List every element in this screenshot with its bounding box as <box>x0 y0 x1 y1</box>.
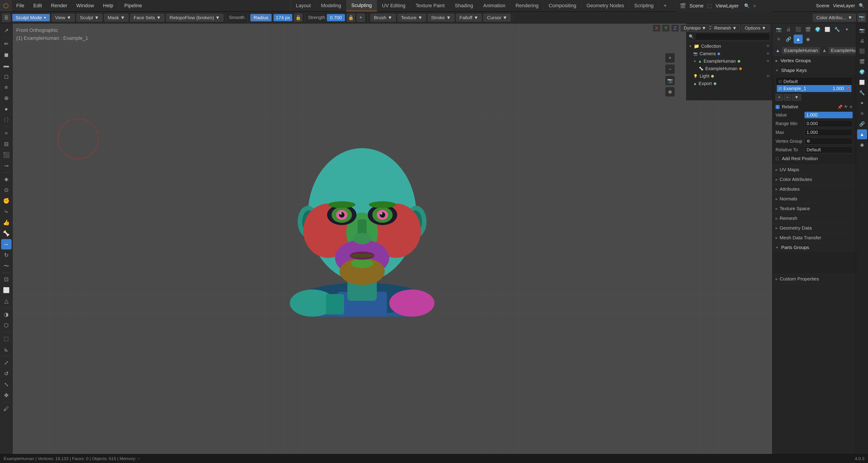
menu-window[interactable]: Window <box>72 0 98 11</box>
props-icon-object[interactable]: ⬜ <box>857 77 867 87</box>
add-shape-key-btn[interactable]: + <box>776 94 783 100</box>
tab-texture-paint[interactable]: Texture Paint <box>411 0 450 11</box>
main-viewport[interactable]: Front Orthographic (1) ExampleHuman : Ex… <box>13 24 772 454</box>
props-icon-modifier[interactable]: 🔧 <box>857 88 867 98</box>
strength-value[interactable]: 0.700 <box>327 14 345 21</box>
camera-item[interactable]: 📷 Camera 👁 <box>686 50 772 57</box>
tool-annotate[interactable]: 🖊 <box>1 404 11 414</box>
shape-key-default[interactable]: ☑ Default <box>777 78 851 85</box>
scene-name-header[interactable]: Scene <box>689 3 704 9</box>
radius-value[interactable]: 174 px <box>274 14 292 21</box>
props-icon-material[interactable]: ◉ <box>857 140 867 150</box>
tool-nudge[interactable]: ↔ <box>1 239 11 250</box>
mesh-visibility[interactable]: 👁 <box>766 59 770 63</box>
mesh-data-label[interactable]: ExampleHuman <box>829 47 856 54</box>
props-icon-output[interactable]: 🖨 <box>857 36 867 46</box>
armature-item[interactable]: 🦴 ExampleHuman <box>686 65 772 73</box>
tool-boundary[interactable]: ⊡ <box>1 274 11 285</box>
tool-cloth[interactable]: ⬜ <box>1 285 11 295</box>
sculpt-menu[interactable]: Sculpt ▼ <box>76 14 102 22</box>
custom-properties-section[interactable]: ▶ Custom Properties <box>772 274 856 284</box>
props-object-icon[interactable]: ⬜ <box>823 25 832 34</box>
tool-lasso-trim[interactable]: ⊾ <box>1 344 11 355</box>
export-item[interactable]: ▲ Export <box>686 80 772 87</box>
shape-keys-header[interactable]: ▼ Shape Keys <box>772 66 856 75</box>
remove-shape-key-btn[interactable]: − <box>784 94 792 100</box>
sk-vertex-group-input[interactable]: ⚙ <box>804 138 852 145</box>
header-filter[interactable]: ≡ <box>753 4 756 8</box>
props-material-icon[interactable]: ◉ <box>803 35 812 44</box>
tab-animation[interactable]: Animation <box>478 0 510 11</box>
props-world-icon[interactable]: 🌍 <box>813 25 822 34</box>
nav-zoom-in[interactable]: + <box>665 53 675 63</box>
tool-layer[interactable]: ≡ <box>1 82 11 92</box>
strength-lock-icon[interactable]: 🔒 <box>347 13 355 22</box>
cursor-menu-btn[interactable]: Cursor ▼ <box>484 14 510 22</box>
stroke-menu-btn[interactable]: Stroke ▼ <box>428 14 454 22</box>
vertex-groups-header[interactable]: ▶ Vertex Groups <box>772 56 856 65</box>
tool-move[interactable]: ⤢ <box>1 357 11 368</box>
tool-blob[interactable]: ● <box>1 104 11 114</box>
tool-select[interactable]: ↗ <box>1 25 11 36</box>
tool-transform[interactable]: ✥ <box>1 390 11 401</box>
props-modifier-icon[interactable]: 🔧 <box>833 25 842 34</box>
sk-pin-icon[interactable]: 📌 <box>837 105 842 110</box>
axis-x-btn[interactable]: X <box>653 24 660 32</box>
remesh-btn[interactable]: Remesh ▼ <box>711 24 740 32</box>
sculpt-mode-btn[interactable]: Sculpt Mode ▼ <box>12 14 50 22</box>
nav-camera[interactable]: 📷 <box>665 76 675 86</box>
face-sets-menu[interactable]: Face Sets ▼ <box>130 14 164 22</box>
props-icon-physics[interactable]: ⚛ <box>857 109 867 118</box>
tool-pinch[interactable]: ⊙ <box>1 185 11 195</box>
tool-snake-hook[interactable]: ⤷ <box>1 206 11 217</box>
examplehuman-item[interactable]: ▼ ▲ ExampleHuman 👁 <box>686 57 772 65</box>
color-attrib-btn[interactable]: Color Attribu... ▼ <box>813 14 856 22</box>
camera-visibility[interactable]: 👁 <box>766 52 770 56</box>
viewlayer-name-header[interactable]: ViewLayer <box>715 3 739 9</box>
props-viewlayer-icon[interactable]: ⬛ <box>794 25 803 34</box>
options-btn[interactable]: Options ▼ <box>741 24 770 32</box>
tool-scrape[interactable]: ⊸ <box>1 161 11 171</box>
props-constraints-icon[interactable]: 🔗 <box>784 35 793 44</box>
menu-pipeline[interactable]: Pipeline <box>120 0 147 11</box>
brush-menu-btn[interactable]: Brush ▼ <box>370 14 396 22</box>
tab-uv-editing[interactable]: UV Editing <box>377 0 411 11</box>
outliner-search-input[interactable] <box>695 33 770 40</box>
props-icon-object-data[interactable]: ▲ <box>857 129 867 139</box>
mesh-object-label1[interactable]: ExampleHuman <box>782 47 820 54</box>
menu-help[interactable]: Help <box>98 0 118 11</box>
axis-z-btn[interactable]: Z <box>671 24 679 32</box>
normals-section[interactable]: ▶ Normals <box>772 194 856 204</box>
tool-mask[interactable]: ◑ <box>1 309 11 320</box>
tool-fill[interactable]: ⬛ <box>1 150 11 160</box>
light-visibility[interactable]: 👁 <box>766 74 770 78</box>
mask-menu[interactable]: Mask ▼ <box>104 14 128 22</box>
tab-modeling[interactable]: Modeling <box>316 0 346 11</box>
collection-visibility[interactable]: 👁 <box>766 44 770 48</box>
header-search[interactable]: 🔍 <box>744 3 750 8</box>
tool-inflate[interactable]: ⊕ <box>1 93 11 104</box>
tool-rotate[interactable]: ↻ <box>1 250 11 260</box>
tool-smooth[interactable]: ≈ <box>1 128 11 138</box>
texture-space-section[interactable]: ▶ Texture Space <box>772 204 856 213</box>
tab-layout[interactable]: Layout <box>291 0 316 11</box>
falloff-menu-btn[interactable]: Falloff ▼ <box>456 14 482 22</box>
toolbar-mode-icon[interactable]: ☰ <box>2 13 10 22</box>
props-scene-icon[interactable]: 🎬 <box>803 25 812 34</box>
view-menu[interactable]: View ▼ <box>52 14 75 22</box>
props-output-icon[interactable]: 🖨 <box>784 25 793 34</box>
header-search-icon[interactable]: 🔍 <box>859 3 864 8</box>
sk-value-input[interactable]: 1.000 <box>804 112 852 118</box>
texture-menu-btn[interactable]: Texture ▼ <box>398 14 426 22</box>
tab-shading[interactable]: Shading <box>450 0 478 11</box>
sk-eye-icon[interactable]: 👁 <box>844 105 848 110</box>
nav-zoom-out[interactable]: − <box>665 64 675 74</box>
collection-item[interactable]: ▼ 📁 Collection 👁 <box>686 42 772 50</box>
props-object-data-icon[interactable]: ▲ <box>794 35 803 44</box>
tab-rendering[interactable]: Rendering <box>510 0 544 11</box>
sk-relative-to-input[interactable]: Default <box>804 146 852 153</box>
tool-multires-displace[interactable]: ◈ <box>1 174 11 184</box>
color-attributes-section[interactable]: ▶ Color Attributes <box>772 175 856 184</box>
tool-slide-relax[interactable]: 〜 <box>1 261 11 271</box>
uv-maps-section[interactable]: ▶ UV Maps <box>772 165 856 175</box>
